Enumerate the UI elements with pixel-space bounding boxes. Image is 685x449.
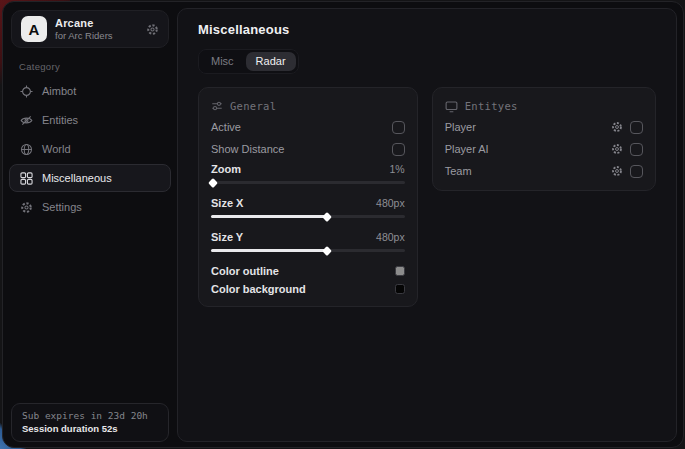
color-outline-label: Color outline	[211, 265, 279, 277]
sidebar-item-settings[interactable]: Settings	[9, 193, 171, 221]
size-x-slider[interactable]	[211, 215, 405, 218]
app-subtitle: for Arc Riders	[55, 30, 113, 41]
general-panel-title: General	[230, 100, 276, 112]
app-title: Arcane	[55, 17, 113, 29]
entities-panel: Entityes Player Player AI	[432, 87, 656, 191]
player-row: Player	[445, 116, 643, 138]
show-distance-checkbox[interactable]	[392, 143, 405, 156]
sidebar-item-miscellaneous[interactable]: Miscellaneous	[9, 164, 171, 192]
team-row: Team	[445, 160, 643, 182]
logo-letter: A	[29, 21, 40, 38]
cards-row: General Active Show Distance Zoom 1%	[198, 87, 656, 307]
team-settings-gear-icon[interactable]	[611, 165, 623, 177]
brand-card: A Arcane for Arc Riders	[11, 10, 169, 48]
subscription-info-card: Sub expires in 23d 20h Session duration …	[11, 403, 169, 442]
team-label: Team	[445, 165, 472, 177]
zoom-row: Zoom 1%	[211, 160, 405, 178]
player-settings-gear-icon[interactable]	[611, 121, 623, 133]
sidebar-item-label: Aimbot	[42, 85, 76, 97]
color-background-row: Color background	[211, 280, 405, 298]
active-row: Active	[211, 116, 405, 138]
color-background-swatch[interactable]	[395, 284, 405, 294]
sidebar-item-entities[interactable]: Entities	[9, 106, 171, 134]
size-x-slider-thumb[interactable]	[322, 212, 332, 222]
app-logo: A	[21, 16, 47, 42]
player-ai-label: Player AI	[445, 143, 489, 155]
player-ai-settings-gear-icon[interactable]	[611, 143, 623, 155]
session-duration-text: Session duration 52s	[22, 423, 158, 434]
size-y-value: 480px	[376, 231, 405, 243]
eye-icon	[20, 114, 33, 127]
sidebar-item-world[interactable]: World	[9, 135, 171, 163]
app-window: A Arcane for Arc Riders Category Aimbot	[2, 1, 684, 448]
entities-panel-header: Entityes	[445, 96, 643, 116]
sliders-icon	[211, 100, 223, 112]
color-background-label: Color background	[211, 283, 306, 295]
page-title: Miscellaneous	[198, 22, 656, 37]
crosshair-icon	[20, 85, 33, 98]
globe-icon	[20, 143, 33, 156]
gear-icon	[20, 201, 33, 214]
size-x-row: Size X 480px	[211, 194, 405, 212]
size-y-slider-fill	[211, 249, 327, 252]
sidebar-nav: Aimbot Entities World Miscellaneous	[3, 77, 177, 221]
size-y-row: Size Y 480px	[211, 228, 405, 246]
size-x-slider-fill	[211, 215, 327, 218]
tab-misc[interactable]: Misc	[201, 52, 244, 71]
show-distance-label: Show Distance	[211, 143, 284, 155]
zoom-slider-thumb[interactable]	[208, 178, 218, 188]
zoom-label: Zoom	[211, 163, 241, 175]
general-panel: General Active Show Distance Zoom 1%	[198, 87, 418, 307]
size-y-slider-thumb[interactable]	[322, 246, 332, 256]
player-ai-checkbox[interactable]	[630, 143, 643, 156]
active-label: Active	[211, 121, 241, 133]
player-ai-row: Player AI	[445, 138, 643, 160]
show-distance-row: Show Distance	[211, 138, 405, 160]
size-x-value: 480px	[376, 197, 405, 209]
player-label: Player	[445, 121, 476, 133]
entities-panel-title: Entityes	[465, 100, 518, 112]
size-y-slider[interactable]	[211, 249, 405, 252]
monitor-icon	[445, 100, 458, 113]
sidebar-item-aimbot[interactable]: Aimbot	[9, 77, 171, 105]
sidebar-item-label: World	[42, 143, 71, 155]
main-panel: Miscellaneous Misc Radar General Active	[177, 8, 677, 442]
active-checkbox[interactable]	[392, 121, 405, 134]
general-panel-header: General	[211, 96, 405, 116]
zoom-value: 1%	[389, 163, 404, 175]
team-checkbox[interactable]	[630, 165, 643, 178]
tab-group: Misc Radar	[198, 49, 299, 74]
sidebar: A Arcane for Arc Riders Category Aimbot	[3, 2, 177, 447]
sidebar-item-label: Entities	[42, 114, 78, 126]
category-label: Category	[19, 61, 177, 72]
size-x-label: Size X	[211, 197, 243, 209]
tab-radar[interactable]: Radar	[246, 52, 296, 71]
player-checkbox[interactable]	[630, 121, 643, 134]
gear-icon[interactable]	[146, 23, 159, 36]
color-outline-swatch[interactable]	[395, 266, 405, 276]
sidebar-item-label: Settings	[42, 201, 82, 213]
sub-expiry-text: Sub expires in 23d 20h	[22, 410, 158, 421]
sidebar-item-label: Miscellaneous	[42, 172, 112, 184]
color-outline-row: Color outline	[211, 262, 405, 280]
grid-icon	[20, 172, 33, 185]
size-y-label: Size Y	[211, 231, 243, 243]
zoom-slider[interactable]	[211, 181, 405, 184]
